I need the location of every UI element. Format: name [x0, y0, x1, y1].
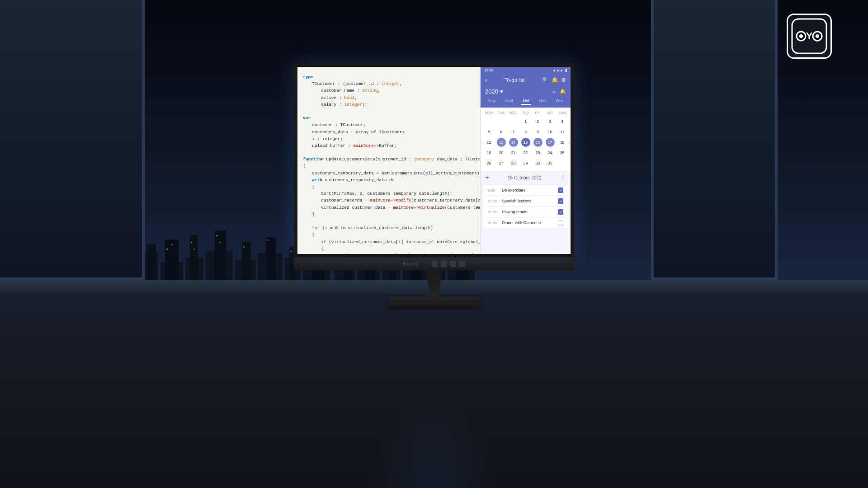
window-left [0, 0, 145, 280]
cal-cell-19[interactable]: 19 [485, 148, 494, 157]
cal-cell-20[interactable]: 20 [497, 148, 506, 157]
cal-cell-5[interactable]: 5 [485, 127, 494, 136]
monitor: type TCustomer : (customer_id : integer,… [294, 63, 574, 306]
monitor-button[interactable] [450, 261, 456, 267]
task-name: Do exercises [502, 188, 555, 192]
monitor-button[interactable] [459, 261, 465, 267]
cal-cell-4[interactable]: 4 [558, 117, 567, 126]
cal-cell-27[interactable]: 27 [497, 159, 506, 168]
battery-icon: ▮ [565, 68, 567, 72]
svg-text:Y: Y [806, 30, 813, 42]
svg-rect-35 [267, 239, 269, 241]
calendar-bell-icon[interactable]: 🔔 [560, 89, 566, 94]
cal-cell-7[interactable]: 7 [509, 127, 518, 136]
day-wed: WED [507, 110, 519, 116]
cal-cell-16[interactable]: 16 [533, 138, 542, 147]
header-icons: 🔍 🔔 ⚙ [542, 77, 566, 83]
add-task-button[interactable]: + [485, 174, 489, 182]
cal-cell-3[interactable]: 3 [546, 117, 555, 126]
cal-cell-25[interactable]: 25 [558, 148, 567, 157]
day-mon: MON [483, 110, 495, 116]
task-section: + 15 October 2020 ⋮ 9:00 Do exercises ✓ … [481, 171, 571, 254]
back-button[interactable]: ‹ [485, 76, 487, 84]
task-time: 21:00 [488, 210, 499, 214]
task-checkbox[interactable] [558, 220, 563, 225]
next-week-nav[interactable]: › [569, 141, 570, 145]
cal-cell-23[interactable]: 23 [533, 148, 542, 157]
calendar-grid: MON TUE WED THU FRI SAT SUN 1 2 [481, 108, 571, 171]
phone-app: 12:30 ▲▲▲ ▮ ‹ To-do list 🔍 🔔 ⚙ [480, 67, 571, 254]
task-item-3: 21:00 Playing tennis ✓ [483, 207, 568, 217]
phone-header: ‹ To-do list 🔍 🔔 ⚙ [481, 74, 571, 86]
cal-week-3: ‹ 12 13 14 15 16 17 18 › [483, 137, 568, 147]
cal-week-2: 5 6 7 8 9 10 11 [483, 127, 568, 137]
signal-icon: ▲▲▲ [552, 68, 563, 72]
cal-cell-9[interactable]: 9 [533, 127, 542, 136]
task-name: Spanish lessons [502, 199, 555, 203]
calendar-search-icon[interactable]: ⌕ [553, 89, 556, 94]
calendar-year-row: 2020 ▾ ⌕ 🔔 [481, 86, 571, 98]
cal-cell-21[interactable]: 21 [509, 148, 518, 157]
task-date-text: 15 October 2020 [508, 175, 542, 180]
cal-cell-6[interactable]: 6 [497, 127, 506, 136]
cal-cell-15[interactable]: 15 [521, 138, 530, 147]
window-right [651, 0, 778, 280]
tab-nov[interactable]: Nov [538, 98, 548, 105]
cal-week-1: 1 2 3 4 [483, 117, 568, 127]
tab-dec[interactable]: Dec [554, 98, 565, 105]
cal-cell-18[interactable]: 18 [558, 138, 567, 147]
day-sat: SAT [544, 110, 556, 116]
calendar-header: MON TUE WED THU FRI SAT SUN [483, 110, 568, 116]
cal-cell-28[interactable]: 28 [509, 159, 518, 168]
cal-cell-10[interactable]: 10 [546, 127, 555, 136]
cal-cell-14[interactable]: 14 [509, 138, 518, 147]
floor-glow [366, 398, 502, 488]
task-item-4: 21:00 Dinner with Catherine [483, 218, 568, 228]
cal-cell-22[interactable]: 22 [521, 148, 530, 157]
task-name: Dinner with Catherine [502, 221, 555, 225]
more-options-button[interactable]: ⋮ [560, 174, 566, 181]
app-title: To-do list [505, 77, 524, 83]
cal-cell-8[interactable]: 8 [521, 127, 530, 136]
svg-rect-32 [216, 235, 218, 236]
task-checkbox[interactable]: ✓ [558, 188, 563, 193]
day-thu: THU [519, 110, 532, 116]
task-time: 21:00 [488, 221, 499, 225]
monitor-stand-neck [420, 270, 448, 297]
tab-aug[interactable]: Aug [486, 98, 497, 105]
search-icon[interactable]: 🔍 [542, 77, 549, 83]
cal-cell-13[interactable]: 13 [497, 138, 506, 147]
cal-cell-17[interactable]: 17 [546, 138, 555, 147]
year-icons: ⌕ 🔔 [553, 89, 566, 94]
tab-sept[interactable]: Sept [503, 98, 515, 105]
cal-cell-12[interactable]: 12 [485, 138, 494, 147]
bell-icon[interactable]: 🔔 [552, 77, 558, 83]
monitor-button[interactable] [432, 261, 438, 267]
svg-rect-33 [219, 242, 221, 243]
task-checkbox[interactable]: ✓ [558, 198, 563, 204]
code-editor: type TCustomer : (customer_id : integer,… [297, 67, 480, 254]
cal-cell-26[interactable]: 26 [485, 159, 494, 168]
calendar-year[interactable]: 2020 ▾ [485, 88, 503, 95]
svg-rect-34 [243, 246, 245, 248]
monitor-button[interactable] [441, 261, 447, 267]
task-checkbox[interactable]: ✓ [558, 209, 563, 215]
oyo-logo-container: Y [787, 14, 832, 59]
cal-week-4: 19 20 21 22 23 24 25 [483, 148, 568, 158]
cal-cell-31[interactable]: 31 [546, 159, 555, 168]
monitor-controls[interactable] [432, 261, 465, 267]
cal-cell-2[interactable]: 2 [533, 117, 542, 126]
monitor-brand: BenQ [403, 261, 419, 267]
settings-icon[interactable]: ⚙ [561, 77, 566, 83]
svg-rect-28 [166, 249, 168, 250]
cal-cell-11[interactable]: 11 [558, 127, 567, 136]
task-item-2: 21:00 Spanish lessons ✓ [483, 196, 568, 206]
cal-cell-30[interactable]: 30 [533, 159, 542, 168]
tab-oct[interactable]: Oct [521, 98, 531, 105]
prev-week-nav[interactable]: ‹ [481, 141, 482, 145]
cal-cell-1[interactable]: 1 [521, 117, 530, 126]
cal-cell-29[interactable]: 29 [521, 159, 530, 168]
cal-cell-24[interactable]: 24 [546, 148, 555, 157]
screen-content: type TCustomer : (customer_id : integer,… [297, 67, 571, 254]
monitor-stand-base [389, 297, 479, 306]
